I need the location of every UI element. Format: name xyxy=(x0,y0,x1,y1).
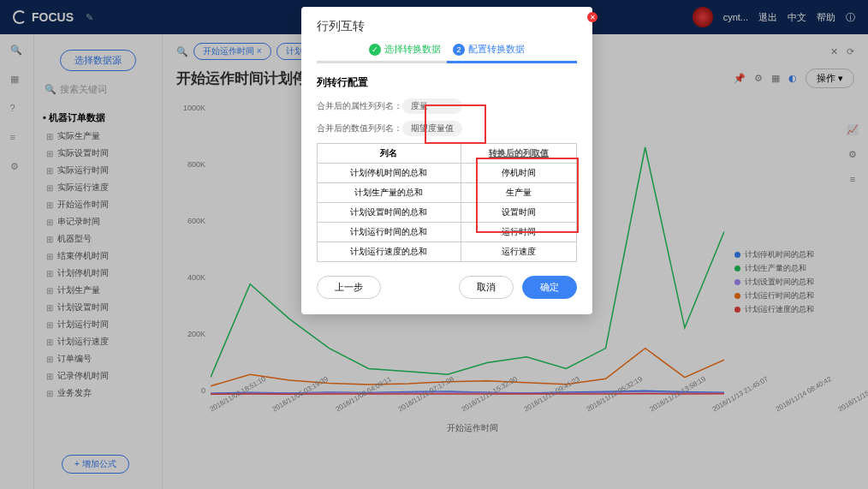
config-section-title: 列转行配置 xyxy=(317,75,577,90)
prev-button[interactable]: 上一步 xyxy=(317,276,381,299)
mapping-table: 列名 转换后的列取值 计划停机时间的总和停机时间计划生产量的总和生产量计划设置时… xyxy=(317,143,577,262)
step-1: ✓选择转换数据 xyxy=(369,43,441,56)
table-row: 计划设置时间的总和设置时间 xyxy=(318,203,577,223)
confirm-button[interactable]: 确定 xyxy=(522,276,577,299)
val-col-label: 合并后的数值列列名： xyxy=(317,122,402,134)
step-2: 2配置转换数据 xyxy=(453,43,525,56)
attr-col-row: 合并后的属性列列名： 度量 xyxy=(317,98,577,114)
table-row: 计划生产量的总和生产量 xyxy=(318,183,577,203)
modal-close-button[interactable]: ✕ xyxy=(587,12,597,22)
table-row: 计划停机时间的总和停机时间 xyxy=(318,164,577,183)
val-col-row: 合并后的数值列列名： 期望度量值 xyxy=(317,121,577,136)
attr-col-label: 合并后的属性列列名： xyxy=(317,100,402,112)
cancel-button[interactable]: 取消 xyxy=(459,276,514,299)
attr-col-input[interactable]: 度量 xyxy=(402,98,462,114)
step-indicator: ✓选择转换数据 2配置转换数据 xyxy=(317,43,577,56)
transform-modal: ✕ 行列互转 ✓选择转换数据 2配置转换数据 列转行配置 合并后的属性列列名： … xyxy=(301,7,592,314)
val-col-input[interactable]: 期望度量值 xyxy=(402,121,462,136)
table-row: 计划运行时间的总和运行时间 xyxy=(318,223,577,242)
th-col-value: 转换后的列取值 xyxy=(461,144,576,164)
step-progress xyxy=(317,61,577,63)
th-col-name: 列名 xyxy=(318,144,461,164)
table-row: 计划运行速度的总和运行速度 xyxy=(318,242,577,262)
modal-button-row: 上一步 取消 确定 xyxy=(317,276,577,299)
modal-title: 行列互转 xyxy=(317,19,577,34)
